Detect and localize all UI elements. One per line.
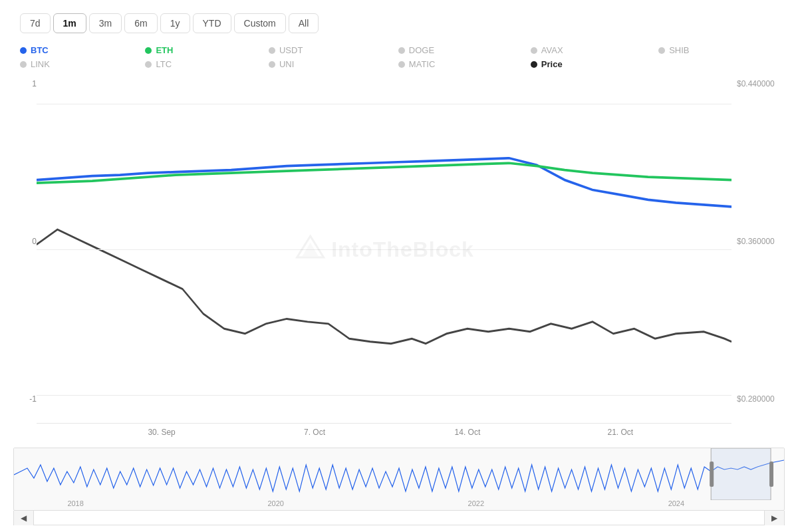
btc-line — [37, 158, 732, 207]
y-axis-left: 1 0 -1 — [13, 76, 37, 424]
legend-link[interactable]: LINK — [20, 59, 145, 69]
btc-dot — [20, 47, 27, 54]
y-axis-right: $0.440000 $0.360000 $0.280000 — [732, 76, 785, 424]
scroll-right-button[interactable]: ▶ — [764, 511, 784, 525]
main-chart-wrapper: 1 0 -1 IntoTheBlock — [13, 76, 785, 424]
btn-custom[interactable]: Custom — [234, 13, 286, 33]
chart-section: 1 0 -1 IntoTheBlock — [13, 76, 785, 525]
y-label-right-low: $0.280000 — [737, 394, 785, 404]
chart-container: 7d 1m 3m 6m 1y YTD Custom All BTC ETH US… — [0, 0, 798, 532]
navigator-handle-right — [769, 462, 773, 487]
grid-line-bot — [37, 395, 732, 396]
navigator[interactable]: 2018 2020 2022 2024 — [13, 448, 785, 511]
x-label-oct7: 7. Oct — [304, 428, 325, 437]
legend-matic[interactable]: MATIC — [398, 59, 531, 69]
btn-all[interactable]: All — [289, 13, 319, 33]
btn-3m[interactable]: 3m — [89, 13, 122, 33]
avax-dot — [531, 47, 537, 54]
x-axis: 30. Sep 7. Oct 14. Oct 21. Oct — [37, 424, 732, 442]
y-label-right-high: $0.440000 — [737, 79, 785, 88]
avax-label: AVAX — [541, 45, 563, 55]
uni-label: UNI — [279, 59, 294, 69]
btn-6m[interactable]: 6m — [124, 13, 157, 33]
x-label-oct14: 14. Oct — [455, 428, 481, 437]
ltc-dot — [145, 61, 152, 68]
navigator-years: 2018 2020 2022 2024 — [14, 498, 784, 509]
legend-ltc[interactable]: LTC — [145, 59, 269, 69]
doge-label: DOGE — [409, 45, 434, 55]
scroll-left-button[interactable]: ◀ — [14, 511, 34, 525]
btn-7d[interactable]: 7d — [20, 13, 51, 33]
legend-empty — [658, 59, 785, 69]
navigator-svg — [14, 448, 784, 500]
usdt-dot — [269, 47, 275, 54]
price-dot — [531, 61, 537, 68]
eth-label: ETH — [156, 45, 173, 55]
usdt-label: USDT — [279, 45, 303, 55]
main-chart-area: IntoTheBlock — [37, 76, 732, 424]
year-2020: 2020 — [267, 499, 283, 507]
y-label-1: 1 — [13, 79, 37, 88]
legend-uni[interactable]: UNI — [269, 59, 398, 69]
y-label-0: 0 — [13, 237, 37, 246]
uni-dot — [269, 61, 275, 68]
legend-avax[interactable]: AVAX — [531, 45, 658, 55]
eth-dot — [145, 47, 152, 54]
grid-line-top — [37, 104, 732, 104]
btn-ytd[interactable]: YTD — [193, 13, 231, 33]
year-2018: 2018 — [67, 499, 83, 507]
legend-doge[interactable]: DOGE — [398, 45, 531, 55]
link-dot — [20, 61, 27, 68]
y-label-right-mid: $0.360000 — [737, 237, 785, 246]
scroll-controls: ◀ ▶ — [13, 511, 785, 525]
shib-dot — [658, 47, 665, 54]
grid-line-mid — [37, 249, 732, 250]
btn-1m[interactable]: 1m — [53, 13, 86, 33]
legend-eth[interactable]: ETH — [145, 45, 269, 55]
btn-1y[interactable]: 1y — [160, 13, 190, 33]
matic-label: MATIC — [409, 59, 435, 69]
legend-shib[interactable]: SHIB — [658, 45, 785, 55]
year-2024: 2024 — [668, 499, 684, 507]
time-range-selector: 7d 1m 3m 6m 1y YTD Custom All — [13, 13, 785, 33]
x-label-oct21: 21. Oct — [607, 428, 633, 437]
legend-price[interactable]: Price — [531, 59, 658, 69]
btc-label: BTC — [31, 45, 49, 55]
ltc-label: LTC — [156, 59, 172, 69]
year-2022: 2022 — [468, 499, 484, 507]
chart-legend: BTC ETH USDT DOGE AVAX SHIB LINK L — [13, 45, 785, 69]
x-label-sep30: 30. Sep — [148, 428, 175, 437]
shib-label: SHIB — [669, 45, 689, 55]
matic-dot — [398, 61, 405, 68]
svg-rect-2 — [14, 448, 784, 500]
legend-btc[interactable]: BTC — [20, 45, 145, 55]
navigator-selection — [711, 448, 771, 500]
link-label: LINK — [31, 59, 50, 69]
y-label-neg1: -1 — [13, 394, 37, 404]
price-label: Price — [541, 59, 563, 69]
price-line — [37, 229, 732, 344]
doge-dot — [398, 47, 405, 54]
navigator-handle-left — [710, 462, 714, 487]
legend-usdt[interactable]: USDT — [269, 45, 398, 55]
